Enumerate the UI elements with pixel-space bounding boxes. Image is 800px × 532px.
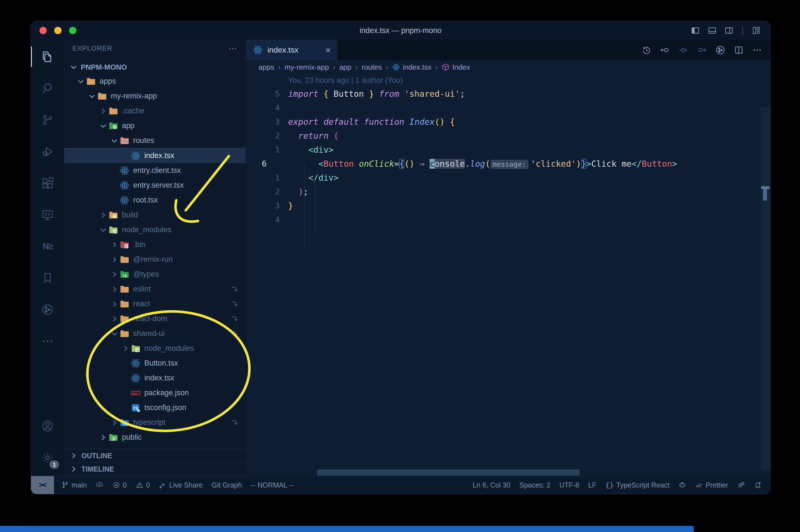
tree-item-shared-ui[interactable]: shared-ui xyxy=(64,326,246,341)
tree-item-root-tsx[interactable]: root.tsx xyxy=(64,193,246,208)
relative-line-number[interactable]: 2 xyxy=(246,129,288,143)
layout-sidebar-left-icon[interactable] xyxy=(691,26,700,35)
status-item-live-share[interactable]: Live Share xyxy=(159,481,203,489)
code-line[interactable]: 5import { Button } from 'shared-ui'; xyxy=(246,87,770,101)
tree-item-eslint[interactable]: eslint xyxy=(64,282,246,297)
breadcrumb-item-index-tsx[interactable]: index.tsx xyxy=(392,63,432,72)
tree-item-react-dom[interactable]: react-dom xyxy=(64,311,246,326)
code-line[interactable]: 2 ); xyxy=(246,185,770,199)
status-item-ln-6-col-30[interactable]: Ln 6, Col 30 xyxy=(473,481,511,489)
code-line[interactable]: 3export default function Index() { xyxy=(246,115,770,129)
tree-item-react[interactable]: react xyxy=(64,297,246,311)
status-item-bell-dot[interactable] xyxy=(754,481,762,489)
activity-bar-item-account[interactable] xyxy=(31,410,64,442)
code-line[interactable]: 2 return ( xyxy=(246,129,770,143)
workspace-root-row[interactable]: PNPM-MONO xyxy=(64,60,246,74)
horizontal-scrollbar[interactable] xyxy=(317,469,579,475)
tree-item-index-tsx[interactable]: index.tsx xyxy=(64,148,246,163)
breadcrumb-item-apps[interactable]: apps xyxy=(259,63,274,72)
close-tab-icon[interactable]: × xyxy=(325,45,331,55)
breadcrumb-item-routes[interactable]: routes xyxy=(362,63,382,72)
activity-bar-item-source-control[interactable] xyxy=(31,104,64,136)
layout-customize-icon[interactable] xyxy=(751,26,761,35)
remote-indicator[interactable]: >< xyxy=(31,476,54,494)
tree-item-button-tsx[interactable]: Button.tsx xyxy=(64,356,246,370)
section-outline[interactable]: OUTLINE xyxy=(64,449,246,462)
status-item-git-graph[interactable]: Git Graph xyxy=(212,481,242,489)
tree-item-remix-run[interactable]: @remix-run xyxy=(64,252,246,267)
tree-item-my-remix-app[interactable]: my-remix-app xyxy=(64,89,246,103)
breadcrumb-item-app[interactable]: app xyxy=(339,63,351,72)
relative-line-number[interactable]: 5 xyxy=(246,87,288,101)
activity-bar-item-remote-explorer[interactable] xyxy=(31,199,64,230)
breadcrumb-item-my-remix-app[interactable]: my-remix-app xyxy=(284,63,329,72)
relative-line-number[interactable]: 4 xyxy=(246,101,288,115)
tree-item-public[interactable]: public xyxy=(64,430,246,445)
tree-item-node-modules[interactable]: JSnode_modules xyxy=(64,341,246,356)
explorer-more-actions-button[interactable]: ⋯ xyxy=(228,43,238,54)
zoom-window-button[interactable] xyxy=(69,27,76,34)
activity-bar-item-run-debug[interactable] xyxy=(31,136,64,167)
relative-line-number[interactable]: 3 xyxy=(246,115,288,129)
nav-forward-icon[interactable] xyxy=(697,45,707,55)
status-item-0[interactable]: 0 xyxy=(136,481,150,489)
nav-current-icon[interactable] xyxy=(678,45,688,55)
more-actions-icon[interactable] xyxy=(752,45,762,55)
split-editor-icon[interactable] xyxy=(734,45,744,55)
minimize-window-button[interactable] xyxy=(54,27,61,34)
activity-bar-item-more[interactable] xyxy=(31,325,64,357)
tree-item-build[interactable]: build xyxy=(64,208,246,222)
nav-back-icon[interactable] xyxy=(660,45,670,55)
tree-item-package-json[interactable]: npmpackage.json xyxy=(64,385,246,400)
tree-item-apps[interactable]: apps xyxy=(64,74,246,89)
tree-item-app[interactable]: app xyxy=(64,118,246,133)
tree-item-cache[interactable]: .cache xyxy=(64,103,246,118)
activity-bar-item-git-graph[interactable] xyxy=(31,294,64,325)
relative-line-number[interactable]: 2 xyxy=(246,185,288,199)
tree-item-tsconfig-json[interactable]: TStsconfig.json xyxy=(64,400,246,415)
status-item-typescript-react[interactable]: {}TypeScript React xyxy=(605,481,669,489)
code-line[interactable]: 6 <Button onClick={() ⇒ console.log(mess… xyxy=(246,157,770,171)
tree-item-types[interactable]: TS@types xyxy=(64,267,246,282)
status-item-0[interactable]: 0 xyxy=(112,481,127,489)
git-graph-circle-icon[interactable] xyxy=(715,45,725,55)
status-item-utf-8[interactable]: UTF-8 xyxy=(559,481,579,489)
code-line[interactable]: 4 xyxy=(246,101,770,115)
minimap[interactable] xyxy=(761,107,770,469)
relative-line-number[interactable]: 4 xyxy=(246,213,288,227)
activity-bar-item-extensions[interactable] xyxy=(31,167,64,199)
relative-line-number[interactable]: 1 xyxy=(246,171,288,185)
tab-index-tsx[interactable]: index.tsx × xyxy=(246,40,337,60)
relative-line-number[interactable]: 3 xyxy=(246,199,288,213)
activity-bar-item-search[interactable] xyxy=(31,73,64,104)
breadcrumb-item-index[interactable]: Index xyxy=(442,63,470,72)
code-line[interactable]: 1 </div> xyxy=(246,171,770,185)
relative-line-number[interactable]: 1 xyxy=(246,143,288,157)
status-item-spaces-2[interactable]: Spaces: 2 xyxy=(519,481,551,489)
timeline-history-icon[interactable] xyxy=(642,45,651,55)
layout-panel-icon[interactable] xyxy=(707,26,717,35)
tree-item-typescript[interactable]: TStypescript xyxy=(64,415,246,430)
code-line[interactable]: 3} xyxy=(246,199,770,213)
section-timeline[interactable]: TIMELINE xyxy=(64,462,246,475)
current-line-number[interactable]: 6 xyxy=(246,157,288,171)
activity-bar-item-nx-console[interactable]: N≥ xyxy=(31,230,64,262)
activity-bar-item-explorer[interactable] xyxy=(31,41,64,73)
code-line[interactable]: 1 <div> xyxy=(246,143,770,157)
status-item-lf[interactable]: LF xyxy=(588,481,596,489)
tree-item-bin[interactable]: 0110.bin xyxy=(64,237,246,252)
status-item-feedback[interactable] xyxy=(737,481,745,489)
close-window-button[interactable] xyxy=(39,27,47,34)
tree-item-entry-server-tsx[interactable]: entry.server.tsx xyxy=(64,178,246,193)
code-editor[interactable]: You, 23 hours ago | 1 author (You)5impor… xyxy=(246,74,770,475)
tree-item-index-tsx[interactable]: index.tsx xyxy=(64,370,246,385)
status-item-prettier[interactable]: Prettier xyxy=(695,481,728,489)
activity-bar-item-bookmarks[interactable] xyxy=(31,262,64,294)
tree-item-node-modules[interactable]: JSnode_modules xyxy=(64,222,246,237)
activity-bar-item-settings[interactable]: 1 xyxy=(31,442,64,473)
layout-sidebar-right-icon[interactable] xyxy=(724,26,734,35)
status-item-main[interactable]: main xyxy=(61,481,87,489)
tree-item-entry-client-tsx[interactable]: entry.client.tsx xyxy=(64,163,246,178)
status-item-copilot[interactable] xyxy=(678,481,686,489)
tree-item-routes[interactable]: routes xyxy=(64,133,246,148)
